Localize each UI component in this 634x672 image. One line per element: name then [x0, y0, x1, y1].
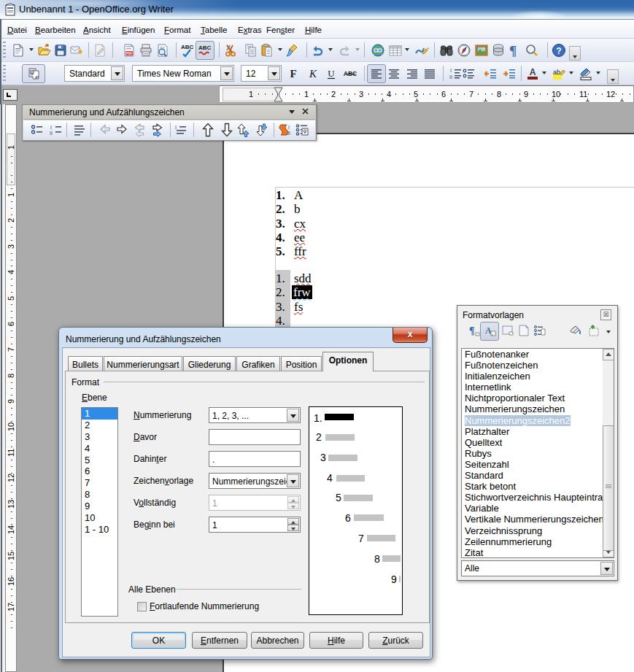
- svg-text:II: II: [50, 131, 53, 136]
- svg-text:U: U: [328, 68, 335, 79]
- svg-text:I: I: [288, 125, 290, 130]
- svg-text:I: I: [450, 68, 452, 73]
- svg-text:II: II: [449, 74, 452, 80]
- svg-text:ABC: ABC: [198, 45, 212, 51]
- svg-text:PDF: PDF: [126, 52, 133, 55]
- svg-text:II: II: [287, 131, 290, 136]
- svg-text:K: K: [309, 68, 317, 80]
- svg-text:A: A: [530, 67, 536, 77]
- svg-text:ab: ab: [553, 69, 560, 76]
- svg-text:I: I: [175, 125, 177, 130]
- svg-text:I: I: [50, 125, 52, 130]
- svg-text:¶: ¶: [469, 325, 475, 336]
- svg-text:F: F: [290, 68, 296, 80]
- svg-text:?: ?: [556, 46, 561, 56]
- svg-text:¶: ¶: [509, 43, 517, 58]
- svg-text:ABC: ABC: [181, 44, 194, 50]
